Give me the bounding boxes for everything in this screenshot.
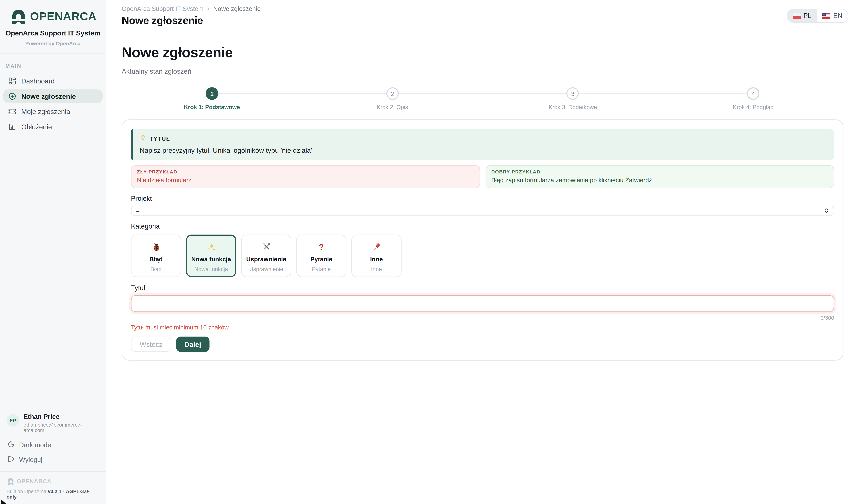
- breadcrumb-root[interactable]: OpenArca Support IT System: [122, 5, 204, 12]
- lightbulb-icon: [140, 134, 146, 144]
- category-card-label: Nowa funkcja: [191, 256, 231, 262]
- category-card-sublabel: Inne: [371, 266, 382, 272]
- moon-icon: [7, 441, 15, 450]
- language-code: PL: [804, 12, 811, 20]
- ticket-form-card: TYTUŁ Napisz precyzyjny tytuł. Unikaj og…: [122, 119, 843, 360]
- good-example-text: Błąd zapisu formularza zamówienia po kli…: [491, 177, 828, 183]
- page-title: Nowe zgłoszenie: [122, 44, 843, 61]
- sidebar-item-new-ticket[interactable]: Nowe zgłoszenie: [3, 90, 102, 103]
- sidebar-item-label: Moje zgłoszenia: [21, 108, 70, 115]
- language-option-pl[interactable]: PL: [787, 9, 817, 22]
- avatar: EP: [6, 414, 19, 426]
- bar-chart-icon: [8, 123, 16, 131]
- bug-icon: [152, 242, 161, 251]
- title-input[interactable]: [131, 295, 834, 312]
- examples-row: ZŁY PRZYKŁAD Nie działa formularz DOBRY …: [131, 165, 834, 188]
- category-options: Błąd Błąd Nowa funkcja Nowa funkcj: [131, 234, 834, 277]
- divider: [0, 471, 106, 472]
- breadcrumb-current: Nowe zgłoszenie: [213, 5, 261, 12]
- usa-flag-icon: [822, 13, 830, 19]
- step-2-label: Krok 2: Opis: [377, 104, 408, 110]
- footer-brand: OPENARCA: [6, 477, 99, 485]
- step-3[interactable]: 3 Krok 3: Dodatkowe: [483, 87, 663, 110]
- tip-title: TYTUŁ: [149, 135, 170, 142]
- mouse-cursor: [1, 499, 8, 504]
- logout-label: Wyloguj: [19, 456, 42, 464]
- sidebar-footer: EP Ethan Price ethan.price@ecommerce-arc…: [0, 407, 106, 504]
- category-card-label: Inne: [370, 256, 383, 262]
- plus-circle-icon: [8, 92, 16, 100]
- good-example-box: DOBRY PRZYKŁAD Błąd zapisu formularza za…: [486, 165, 835, 188]
- sidebar-app-title: OpenArca Support IT System: [5, 30, 100, 37]
- wizard-stepper: 1 Krok 1: Podstawowe 2 Krok 2: Opis 3 Kr…: [122, 87, 843, 110]
- question-mark-icon: ?: [319, 242, 324, 251]
- sidebar-nav: MAIN Dashboard Nowe zgłoszenie: [0, 54, 106, 135]
- step-4[interactable]: 4 Krok 4: Podgląd: [663, 87, 843, 110]
- project-label: Projekt: [131, 195, 834, 202]
- step-3-circle: 3: [567, 87, 579, 100]
- category-card-new-feature[interactable]: Nowa funkcja Nowa funkcja: [186, 234, 236, 277]
- page-subtitle: Aktualny stan zgłoszeń: [122, 68, 843, 75]
- bad-example-text: Nie działa formularz: [137, 177, 474, 183]
- main-panel: Nowe zgłoszenie Aktualny stan zgłoszeń 1…: [106, 33, 858, 360]
- category-card-bug[interactable]: Błąd Błąd: [131, 234, 181, 277]
- bad-example-title: ZŁY PRZYKŁAD: [137, 169, 474, 175]
- breadcrumb: OpenArca Support IT System › Nowe zgłosz…: [122, 5, 260, 12]
- tip-text: Napisz precyzyjny tytuł. Unikaj ogólnikó…: [140, 147, 828, 155]
- good-example-title: DOBRY PRZYKŁAD: [491, 169, 828, 175]
- title-field-label: Tytuł: [131, 284, 834, 292]
- category-card-label: Pytanie: [311, 256, 332, 262]
- category-card-sublabel: Usprawnienie: [249, 266, 283, 272]
- user-name: Ethan Price: [23, 413, 99, 421]
- step-3-label: Krok 3: Dodatkowe: [549, 104, 597, 110]
- category-card-question[interactable]: ? Pytanie Pytanie: [296, 234, 347, 277]
- ticket-icon: [8, 108, 16, 116]
- footer-version: v0.2.1: [48, 489, 62, 494]
- logout-button[interactable]: Wyloguj: [6, 455, 99, 464]
- category-card-label: Usprawnienie: [246, 256, 286, 262]
- user-email: ethan.price@ecommerce-arca.com: [23, 422, 99, 433]
- category-card-sublabel: Pytanie: [312, 266, 331, 272]
- dark-mode-toggle[interactable]: Dark mode: [6, 441, 99, 450]
- sidebar-item-occupancy[interactable]: Obłożenie: [3, 120, 102, 134]
- sidebar-item-dashboard[interactable]: Dashboard: [3, 74, 102, 88]
- footer-brand-name: OPENARCA: [17, 478, 51, 484]
- category-card-other[interactable]: Inne Inne: [351, 234, 401, 277]
- openarca-arch-icon: [9, 7, 28, 25]
- title-validation-error: Tytuł musi mieć minimum 10 znaków: [131, 324, 834, 330]
- breadcrumb-separator-icon: ›: [207, 5, 209, 12]
- form-actions: Wstecz Dalej: [131, 337, 834, 352]
- step-2[interactable]: 2 Krok 2: Opis: [302, 87, 482, 110]
- sidebar-item-label: Nowe zgłoszenie: [21, 93, 76, 100]
- sidebar-item-my-tickets[interactable]: Moje zgłoszenia: [3, 105, 102, 118]
- category-card-improvement[interactable]: Usprawnienie Usprawnienie: [241, 234, 291, 277]
- dark-mode-label: Dark mode: [19, 441, 51, 449]
- category-card-sublabel: Błąd: [150, 266, 162, 272]
- project-select[interactable]: –: [131, 206, 834, 216]
- step-4-circle: 4: [747, 87, 760, 100]
- sidebar-header: OPENARCA OpenArca Support IT System Powe…: [0, 0, 106, 54]
- header-title: Nowe zgłoszenie: [122, 15, 260, 27]
- back-button[interactable]: Wstecz: [131, 337, 171, 352]
- dashboard-grid-icon: [8, 77, 16, 85]
- category-label: Kategoria: [131, 223, 834, 230]
- step-1-circle: 1: [206, 87, 218, 100]
- title-tip-box: TYTUŁ Napisz precyzyjny tytuł. Unikaj og…: [131, 129, 834, 160]
- bad-example-box: ZŁY PRZYKŁAD Nie działa formularz: [131, 165, 480, 188]
- next-button[interactable]: Dalej: [176, 337, 209, 352]
- footer-separator: ·: [63, 489, 64, 494]
- category-card-label: Błąd: [149, 256, 163, 262]
- step-1[interactable]: 1 Krok 1: Podstawowe: [122, 87, 302, 110]
- language-code: EN: [833, 12, 842, 20]
- sidebar-item-label: Dashboard: [21, 77, 54, 85]
- logout-icon: [7, 455, 15, 464]
- step-1-label: Krok 1: Podstawowe: [184, 104, 240, 110]
- character-counter: 0/300: [131, 315, 834, 321]
- step-2-circle: 2: [386, 87, 399, 100]
- app-root: OPENARCA OpenArca Support IT System Powe…: [0, 0, 858, 504]
- select-chevrons-icon: [824, 208, 829, 214]
- language-option-en[interactable]: EN: [817, 9, 848, 22]
- category-card-sublabel: Nowa funkcja: [194, 266, 228, 272]
- step-4-label: Krok 4: Podgląd: [733, 104, 774, 110]
- poland-flag-icon: [793, 13, 801, 19]
